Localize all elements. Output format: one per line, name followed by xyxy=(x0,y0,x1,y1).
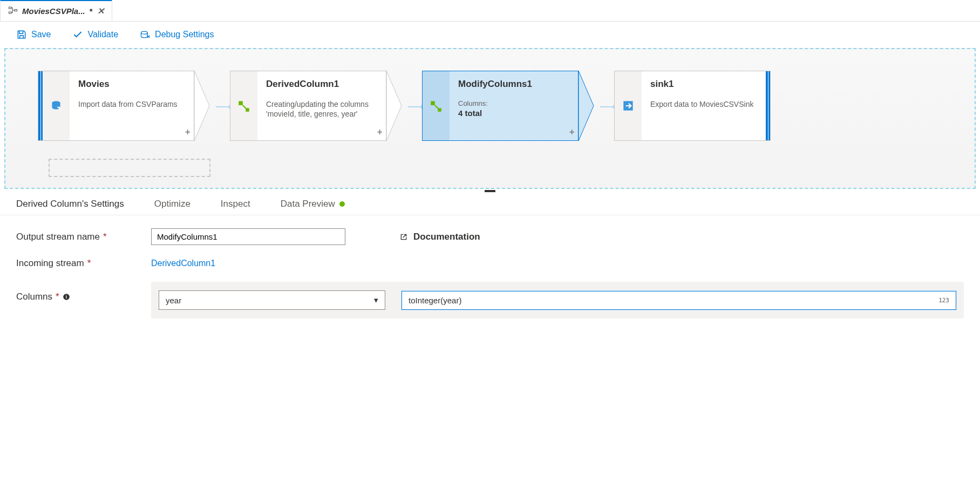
svg-point-3 xyxy=(141,31,148,34)
save-icon xyxy=(16,29,27,40)
column-name-dropdown[interactable]: year ▾ xyxy=(159,290,385,310)
node-sub-label: Columns: xyxy=(458,99,569,107)
save-label: Save xyxy=(31,30,51,39)
node-description: Creating/updating the columns 'movieId, … xyxy=(266,99,377,119)
svg-rect-7 xyxy=(246,108,249,112)
node-title: DerivedColumn1 xyxy=(266,79,377,90)
chevron-connector xyxy=(579,71,600,142)
editor-tab[interactable]: MoviesCSVPla... * ✕ xyxy=(0,0,112,21)
label-text: Incoming stream xyxy=(16,258,84,269)
tab-derived-settings[interactable]: Derived Column's Settings xyxy=(16,199,124,209)
output-stream-input[interactable] xyxy=(151,228,345,245)
chevron-down-icon: ▾ xyxy=(374,295,378,305)
checkmark-icon xyxy=(72,29,83,40)
expression-value: toInteger(year) xyxy=(409,296,461,305)
tab-inspect[interactable]: Inspect xyxy=(221,199,250,209)
node-title: Movies xyxy=(78,79,185,90)
debug-settings-button[interactable]: Debug Settings xyxy=(140,29,214,40)
settings-form: Output stream name * Documentation Incom… xyxy=(0,215,980,344)
flow-connector xyxy=(600,71,614,142)
column-expression-input[interactable]: toInteger(year) 123 xyxy=(401,291,956,310)
label-text: Columns xyxy=(16,291,52,302)
chevron-connector xyxy=(194,71,216,142)
derived-icon xyxy=(423,71,450,140)
svg-marker-11 xyxy=(579,71,594,141)
dataflow-canvas[interactable]: Movies Import data from CSVParams + Deri… xyxy=(4,48,976,189)
toolbar: Save Validate Debug Settings xyxy=(0,22,980,48)
dataflow-icon xyxy=(8,5,18,17)
incoming-stream-label: Incoming stream * xyxy=(16,258,140,269)
add-source-placeholder[interactable] xyxy=(49,159,210,177)
tab-title: MoviesCSVPla... xyxy=(22,6,85,16)
columns-label: Columns * i xyxy=(16,282,140,302)
save-button[interactable]: Save xyxy=(16,29,51,40)
svg-rect-1 xyxy=(9,12,12,13)
svg-rect-0 xyxy=(9,7,12,9)
label-text: Output stream name xyxy=(16,232,100,242)
tab-optimize[interactable]: Optimize xyxy=(154,199,190,209)
flow-connector xyxy=(216,71,230,142)
columns-panel: year ▾ toInteger(year) 123 xyxy=(151,282,964,318)
flow-row: Movies Import data from CSVParams + Deri… xyxy=(38,71,942,142)
info-icon: i xyxy=(63,293,70,301)
settings-tabstrip: Derived Column's Settings Optimize Inspe… xyxy=(0,193,980,215)
node-sink1[interactable]: sink1 Export data to MoviesCSVSink xyxy=(614,71,771,141)
documentation-link[interactable]: Documentation xyxy=(399,232,480,242)
svg-rect-2 xyxy=(15,10,17,11)
svg-text:i: i xyxy=(66,295,67,300)
svg-marker-8 xyxy=(386,71,401,141)
svg-rect-9 xyxy=(431,101,435,105)
incoming-stream-link[interactable]: DerivedColumn1 xyxy=(151,259,215,268)
tab-bar: MoviesCSVPla... * ✕ xyxy=(0,0,980,22)
node-title: sink1 xyxy=(650,79,761,90)
close-icon[interactable]: ✕ xyxy=(97,6,104,16)
node-modifycolumns1[interactable]: ModifyColumns1 Columns: 4 total + xyxy=(422,71,579,141)
source-icon xyxy=(43,71,70,140)
debug-label: Debug Settings xyxy=(155,30,214,39)
external-link-icon xyxy=(399,233,408,241)
svg-rect-10 xyxy=(438,108,441,112)
svg-rect-6 xyxy=(239,101,243,105)
sink-icon xyxy=(615,71,642,140)
flow-connector xyxy=(408,71,422,142)
status-dot-icon xyxy=(339,201,345,207)
node-sink-bars xyxy=(766,71,770,140)
node-description: Import data from CSVParams xyxy=(78,99,185,109)
required-indicator: * xyxy=(87,258,91,269)
derived-icon xyxy=(230,71,257,140)
node-movies[interactable]: Movies Import data from CSVParams + xyxy=(38,71,194,141)
node-description: Export data to MoviesCSVSink xyxy=(650,99,761,109)
doc-label: Documentation xyxy=(413,232,480,242)
node-sub-value: 4 total xyxy=(458,108,569,118)
validate-button[interactable]: Validate xyxy=(72,29,118,40)
debug-icon xyxy=(140,29,151,40)
tab-label: Data Preview xyxy=(281,199,335,209)
add-step-button[interactable]: + xyxy=(377,127,383,138)
svg-marker-5 xyxy=(194,71,209,141)
add-step-button[interactable]: + xyxy=(569,127,575,138)
panel-resize-handle[interactable] xyxy=(0,189,980,193)
type-badge: 123 xyxy=(938,297,949,304)
node-derivedcolumn1[interactable]: DerivedColumn1 Creating/updating the col… xyxy=(230,71,386,141)
validate-label: Validate xyxy=(87,30,118,39)
node-source-bars xyxy=(38,71,43,140)
required-indicator: * xyxy=(103,232,107,242)
add-step-button[interactable]: + xyxy=(185,127,190,138)
tab-dirty-indicator: * xyxy=(90,6,93,16)
required-indicator: * xyxy=(56,291,59,302)
dropdown-value: year xyxy=(166,296,181,305)
tab-data-preview[interactable]: Data Preview xyxy=(281,199,345,209)
node-title: ModifyColumns1 xyxy=(458,79,569,90)
chevron-connector xyxy=(386,71,408,142)
output-stream-label: Output stream name * xyxy=(16,232,140,242)
